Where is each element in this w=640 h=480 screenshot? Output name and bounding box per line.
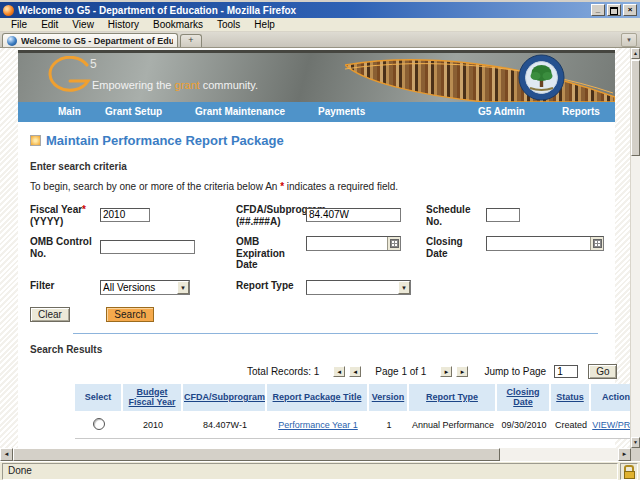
new-tab-button[interactable]: +	[180, 34, 202, 47]
page-title: Maintain Performance Report Package	[30, 133, 615, 148]
nav-grant-maintenance[interactable]: Grant Maintenance	[195, 106, 285, 117]
menu-edit[interactable]: Edit	[34, 18, 65, 31]
schedule-no-input[interactable]	[486, 208, 520, 222]
close-button[interactable]: ×	[623, 4, 637, 16]
next-page-button[interactable]: ►	[440, 366, 452, 377]
banner-swoosh-graphic	[345, 53, 615, 102]
jump-to-page-input[interactable]	[554, 365, 578, 378]
g5-logo-icon	[45, 56, 91, 98]
cell-report-type: Annual Performance	[409, 411, 497, 439]
previous-page-button[interactable]: ◄	[349, 366, 361, 377]
tab-favicon-icon	[7, 36, 17, 46]
calendar-icon	[593, 239, 602, 248]
jump-to-page-label: Jump to Page	[484, 366, 546, 377]
browser-window: Welcome to G5 - Department of Education …	[0, 2, 640, 480]
menu-file[interactable]: File	[4, 18, 34, 31]
vertical-scrollbar[interactable]: ▲ ▼	[630, 48, 640, 448]
page-title-bullet-icon	[30, 135, 41, 146]
header-report-type[interactable]: Report Type	[409, 384, 497, 412]
chevron-down-icon[interactable]: ▼	[177, 281, 189, 294]
header-report-package-title[interactable]: Report Package Title	[267, 384, 369, 412]
calendar-icon	[390, 239, 399, 248]
cfda-label: CFDA/Subprogram(##.###A)	[236, 204, 306, 227]
window-titlebar: Welcome to G5 - Department of Education …	[0, 2, 640, 18]
report-type-select[interactable]: ▼	[306, 280, 411, 295]
fiscal-year-input[interactable]	[100, 208, 150, 222]
header-closing-date[interactable]: Closing Date	[497, 384, 551, 412]
vertical-scroll-thumb[interactable]	[631, 60, 640, 156]
filter-selected-value: All Versions	[101, 282, 177, 293]
header-select: Select	[75, 384, 123, 412]
total-records: Total Records: 1	[247, 366, 319, 377]
last-page-button[interactable]: ►	[456, 366, 468, 377]
restore-icon	[610, 7, 618, 15]
search-criteria-heading: Enter search criteria	[30, 161, 615, 172]
page-viewport: 5 Empowering the grant community.	[0, 48, 640, 448]
restore-button[interactable]	[607, 4, 621, 16]
header-version[interactable]: Version	[369, 384, 409, 412]
minimize-button[interactable]: _	[591, 4, 605, 16]
g5-banner: 5 Empowering the grant community.	[18, 50, 615, 102]
scroll-up-button[interactable]: ▲	[631, 48, 640, 59]
page-title-text: Maintain Performance Report Package	[46, 133, 284, 148]
go-button[interactable]: Go	[588, 364, 617, 379]
omb-expiration-input[interactable]	[306, 236, 401, 251]
first-page-button[interactable]: ◄	[333, 366, 345, 377]
report-package-title-link[interactable]: Performance Year 1	[278, 420, 358, 430]
clear-button[interactable]: Clear	[30, 307, 70, 322]
active-tab[interactable]: Welcome to G5 - Department of Edu...	[2, 33, 178, 47]
header-budget-fiscal-year[interactable]: Budget Fiscal Year	[123, 384, 183, 412]
search-results-heading: Search Results	[30, 344, 615, 355]
chevron-down-icon[interactable]: ▼	[398, 281, 410, 294]
window-title: Welcome to G5 - Department of Education …	[18, 5, 591, 16]
status-bar: Done	[0, 461, 640, 480]
list-all-tabs-button[interactable]: ▼	[621, 33, 637, 47]
menu-view[interactable]: View	[65, 18, 101, 31]
select-row-radio[interactable]	[93, 418, 105, 430]
nav-main[interactable]: Main	[58, 106, 81, 117]
cfda-input[interactable]	[306, 208, 401, 222]
tab-bar: Welcome to G5 - Department of Edu... + ▼	[0, 32, 640, 48]
schedule-no-label: ScheduleNo.	[426, 204, 486, 227]
main-navigation: Main Grant Setup Grant Maintenance Payme…	[18, 102, 615, 122]
menu-history[interactable]: History	[101, 18, 146, 31]
status-text: Done	[2, 463, 618, 480]
nav-grant-setup[interactable]: Grant Setup	[105, 106, 162, 117]
search-form: Fiscal Year*(YYYY) CFDA/Subprogram(##.##…	[30, 204, 615, 322]
nav-reports[interactable]: Reports	[562, 106, 600, 117]
page-indicator: Page 1 of 1	[375, 366, 426, 377]
closing-date-input[interactable]	[486, 236, 604, 251]
tab-label: Welcome to G5 - Department of Edu...	[21, 36, 173, 46]
closing-date-calendar-button[interactable]	[590, 237, 603, 250]
omb-control-input[interactable]	[100, 240, 195, 254]
security-lock-panel[interactable]	[620, 463, 638, 480]
scroll-left-button[interactable]: ◄	[0, 448, 13, 461]
header-status[interactable]: Status	[551, 384, 591, 412]
cell-closing-date: 09/30/2010	[497, 411, 551, 439]
horizontal-scroll-thumb[interactable]	[13, 448, 500, 461]
menu-help[interactable]: Help	[247, 18, 282, 31]
cell-budget-fiscal-year: 2010	[123, 411, 183, 439]
horizontal-scrollbar[interactable]: ◄ ►	[0, 448, 640, 461]
header-cfda-subprogram[interactable]: CFDA/Subprogram	[183, 384, 267, 412]
pagination-top: Total Records: 1 ◄ ◄ Page 1 of 1 ► ► Jum…	[75, 364, 603, 379]
page-content: 5 Empowering the grant community.	[18, 48, 615, 448]
menu-tools[interactable]: Tools	[210, 18, 247, 31]
report-type-label: Report Type	[236, 280, 306, 292]
department-of-education-seal	[518, 54, 565, 101]
search-button[interactable]: Search	[106, 307, 154, 322]
section-divider	[73, 333, 598, 334]
table-row: 2010 84.407W-1 Performance Year 1 1 Annu…	[75, 411, 640, 439]
closing-date-label: Closing Date	[426, 236, 486, 259]
menu-bar: File Edit View History Bookmarks Tools H…	[0, 18, 640, 32]
nav-payments[interactable]: Payments	[318, 106, 365, 117]
filter-select[interactable]: All Versions ▼	[100, 280, 190, 295]
omb-expiration-calendar-button[interactable]	[387, 237, 400, 250]
scroll-down-button[interactable]: ▼	[631, 437, 640, 448]
omb-control-label: OMB ControlNo.	[30, 236, 100, 259]
banner-tagline: Empowering the grant community.	[92, 79, 258, 91]
firefox-icon	[3, 5, 14, 16]
scroll-right-button[interactable]: ►	[618, 448, 631, 461]
nav-g5-admin[interactable]: G5 Admin	[478, 106, 525, 117]
menu-bookmarks[interactable]: Bookmarks	[146, 18, 210, 31]
